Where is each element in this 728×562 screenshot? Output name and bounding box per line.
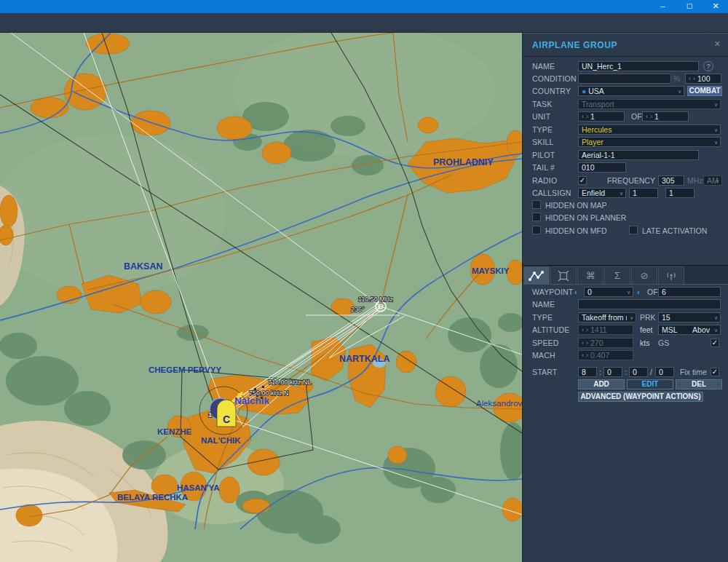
prk-label: PRK [640,313,656,322]
ils-course-label: 236° [351,306,365,313]
waypoint-total-input[interactable]: 6 [658,287,721,297]
fix-time-checkbox[interactable]: ✓ [711,368,719,376]
unit-total-spinner[interactable]: ‹ › 1 [642,111,689,122]
waypoint-of-label: OF [647,288,658,296]
prk-dropdown[interactable]: 15 ∨ [658,312,721,322]
tab-group[interactable] [550,266,577,284]
tab-payload[interactable]: ⌘ [577,266,604,284]
time-colon: : [625,368,627,376]
fix-time-label: Fix time [680,368,707,376]
chevron-down-icon: ∨ [627,288,630,297]
window-titlebar[interactable]: – ▢ ✕ [0,0,728,13]
row-pilot: PILOT [532,150,578,160]
hidden-on-planner-checkbox[interactable] [532,213,541,221]
spin-right-icon[interactable]: › [693,74,695,83]
hidden-on-map-checkbox[interactable] [532,200,541,209]
minimize-button[interactable]: – [652,0,673,13]
waypoint-index-dropdown[interactable]: 0 ∨ [584,287,633,297]
type-value: Hercules [582,125,612,134]
frequency-input[interactable]: 305 [658,175,684,186]
start-minutes-input[interactable]: 0 [604,367,622,377]
waypoint-index-value: 0 [587,288,592,296]
skill-value: Player [582,138,604,146]
help-button[interactable]: ? [703,61,713,71]
panel-close-icon[interactable]: ✕ [714,39,721,49]
spin-right-icon: › [586,325,588,334]
spin-left-icon: ‹ [582,339,584,347]
row-callsign: CALLSIGN [532,188,578,198]
spin-right-icon[interactable]: › [650,112,652,121]
application-window: – ▢ ✕ ✕ [0,0,728,562]
waypoint-prev-icon[interactable]: ‹ [574,288,577,296]
radio-checkbox[interactable]: ✓ [578,176,587,185]
navaid-label-ndb-outer: 718.00 kHz NL [268,379,312,386]
mach-spinner[interactable]: ‹ › 0.407 [578,350,633,360]
altitude-ref2-value: Abov [692,325,710,334]
condition-input[interactable] [578,74,671,84]
chevron-down-icon: ∨ [716,177,719,186]
wp-type-dropdown[interactable]: Takeoff from ran ∨ [578,312,636,322]
pilot-input[interactable]: Aerial-1-1 [578,150,699,160]
row-country: COUNTRY [532,86,578,96]
speed-unit-label: kts [640,339,649,347]
spin-left-icon[interactable]: ‹ [689,74,691,83]
add-waypoint-button[interactable]: ADD [578,379,625,389]
hidden-on-planner-label: HIDDEN ON PLANNER [545,213,626,222]
task-dropdown[interactable]: Transport ∨ [578,99,721,109]
altitude-value: 1411 [590,325,607,334]
window-close-button[interactable]: ✕ [705,0,727,13]
delete-waypoint-button[interactable]: DEL [676,379,722,389]
tab-summary[interactable]: Σ [604,266,630,284]
callsign-dropdown[interactable]: Enfield ∨ [578,188,626,198]
speed-spinner[interactable]: ‹ › 270 [578,338,633,348]
type-dropdown[interactable]: Hercules ∨ [578,124,721,135]
spin-left-icon[interactable]: ‹ [646,112,648,121]
city-label-hasanya: HASAN'YA [177,483,220,492]
start-label: START [532,368,578,376]
gs-checkbox[interactable]: ✓ [711,339,719,347]
mission-map[interactable]: C 1 718.00 kHz NL 750.00 kHz N 110.50 MH… [0,33,522,562]
late-activation-checkbox[interactable] [629,226,638,234]
altitude-reference-dropdown[interactable]: MSL Abov ∨ [658,325,721,335]
unit-count-spinner[interactable]: ‹ › 1 [578,111,625,122]
tab-failures[interactable]: ⊘ [631,266,657,284]
prk-value: 15 [662,313,670,322]
hidden-on-mfd-checkbox[interactable] [532,226,541,234]
altitude-spinner[interactable]: ‹ › 1411 [578,325,633,335]
callsign-number2-input[interactable]: 1 [665,188,695,198]
row-start: START [532,367,578,377]
skill-dropdown[interactable]: Player ∨ [578,137,721,147]
chevron-down-icon: ∨ [714,314,718,322]
start-seconds-input[interactable]: 0 [629,367,648,377]
type-label: TYPE [532,125,578,134]
edit-waypoint-button[interactable]: EDIT [627,379,673,389]
callsign-number1-input[interactable]: 1 [629,188,658,198]
row-skill: SKILL [532,137,578,147]
tail-input[interactable]: 010 [578,162,626,173]
country-flag-dot-icon: ● [582,87,586,95]
wp-name-input[interactable] [578,299,721,309]
city-label-prohladniy: PROHLADNIY [433,157,494,167]
tab-radio[interactable] [658,266,684,284]
group-number-label: 1 [208,411,212,419]
start-day-input[interactable]: 0 [655,367,674,377]
advanced-waypoint-actions-button[interactable]: ADVANCED (WAYPOINT ACTIONS) [578,392,703,402]
waypoint-next-icon[interactable]: › [637,288,640,296]
name-input[interactable]: UN_Herc_1 [578,61,699,71]
country-dropdown[interactable]: ● USA ∨ [578,86,684,96]
modulation-dropdown[interactable]: AM ∨ [703,175,722,186]
tab-route[interactable] [523,266,550,284]
row-altitude: ALTITUDE [532,325,578,335]
group-box-icon [558,270,569,282]
row-wp-type: TYPE [532,312,578,322]
maximize-button[interactable]: ▢ [678,0,700,13]
start-hours-input[interactable]: 8 [578,367,597,377]
spin-right-icon[interactable]: › [586,112,588,121]
chevron-down-icon: ∨ [714,100,718,109]
country-label: COUNTRY [532,87,578,95]
spin-left-icon[interactable]: ‹ [582,112,584,121]
row-mach: MACH [532,350,578,360]
skill-label: SKILL [532,138,578,146]
combat-button[interactable]: COMBAT [687,86,722,96]
condition-spinner[interactable]: ‹ › 100 [685,74,721,84]
